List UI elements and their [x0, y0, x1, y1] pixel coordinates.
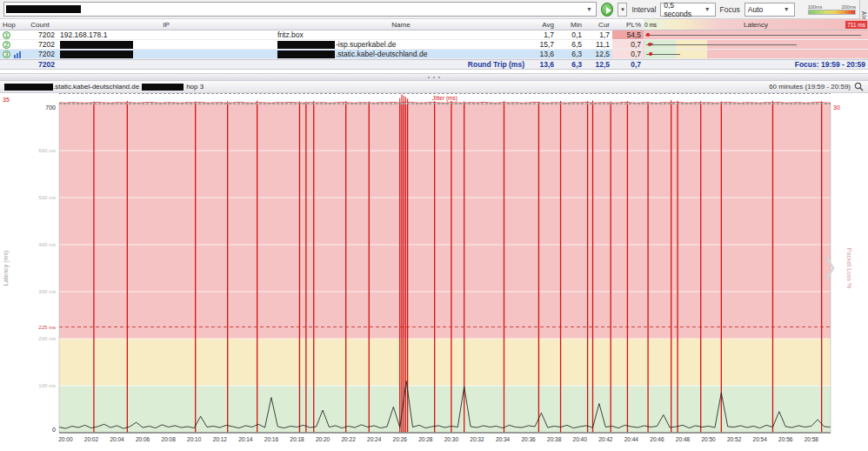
table-row-hop2[interactable]: 2 7202 -isp.superkabel.de 15,7 6,5 11,1 … — [0, 40, 868, 50]
svg-text:20:54: 20:54 — [753, 436, 768, 442]
packet-loss-cell: 0,7 — [612, 50, 644, 58]
timeline-graph-header: .static.kabel-deutschland.de hop 3 60 mi… — [0, 81, 868, 93]
col-hop[interactable]: Hop — [0, 21, 23, 29]
summary-cur: 12,5 — [584, 60, 612, 69]
svg-text:20:52: 20:52 — [727, 436, 742, 442]
hop-badge: 3 — [3, 50, 10, 58]
round-trip-summary-row[interactable]: 7202 Round Trip (ms) 13,6 6,3 12,5 0,7 F… — [0, 59, 868, 70]
min-cell: 6,3 — [557, 50, 584, 58]
splitter-handle[interactable] — [0, 73, 868, 81]
focus-value: Auto — [748, 5, 764, 14]
col-pl[interactable]: PL% — [612, 21, 644, 29]
latency-scale-min: 0 ms — [644, 22, 657, 28]
svg-text:20:04: 20:04 — [110, 436, 124, 442]
latency-gradient-bar — [808, 10, 856, 15]
svg-text:20:32: 20:32 — [470, 436, 484, 442]
hop-table: Hop Count IP Name Avg Min Cur PL% Latenc… — [0, 19, 868, 70]
redacted-ip — [60, 41, 133, 49]
svg-text:225 ms: 225 ms — [38, 325, 56, 330]
summary-min: 6,3 — [557, 60, 584, 69]
latency-range-line — [645, 35, 861, 36]
graph-hop-label: hop 3 — [186, 83, 204, 91]
col-count[interactable]: Count — [23, 21, 57, 29]
svg-text:20:26: 20:26 — [393, 436, 408, 442]
target-combo[interactable]: ▼ — [3, 2, 597, 17]
svg-text:20:38: 20:38 — [547, 436, 562, 442]
focus-select[interactable]: Auto ▼ — [744, 3, 795, 17]
name-cell: fritz.box — [275, 30, 527, 39]
svg-text:20:12: 20:12 — [213, 436, 228, 442]
pingplotter-app: ▼ ▼ Interval 0,5 seconds ▼ Focus Auto ▼ … — [0, 0, 868, 451]
svg-text:700: 700 — [45, 104, 56, 111]
min-cell: 0,1 — [557, 30, 584, 39]
latency-bar-cell: × — [644, 40, 868, 49]
graph-range-label: 60 minutes (19:59 - 20:59) — [769, 83, 851, 91]
redacted-ip — [142, 84, 184, 91]
svg-text:20:36: 20:36 — [521, 436, 536, 442]
avg-cell: 15,7 — [527, 40, 557, 49]
hop-badge: 1 — [3, 31, 10, 39]
table-header-row[interactable]: Hop Count IP Name Avg Min Cur PL% Latenc… — [0, 19, 868, 30]
svg-text:20:18: 20:18 — [290, 436, 304, 442]
ip-cell: 192.168.178.1 — [57, 30, 275, 39]
redacted-ip — [60, 50, 133, 58]
toolbar: ▼ ▼ Interval 0,5 seconds ▼ Focus Auto ▼ … — [0, 0, 859, 19]
redacted-host-prefix — [277, 50, 335, 58]
svg-text:20:48: 20:48 — [676, 436, 691, 442]
svg-text:20:46: 20:46 — [650, 436, 664, 442]
name-cell: -isp.superkabel.de — [275, 40, 527, 49]
latency-scale-max: 711 ms — [845, 21, 867, 29]
svg-text:20:30: 20:30 — [444, 436, 459, 442]
svg-text:20:08: 20:08 — [162, 436, 177, 442]
latency-bar-cell: × — [644, 30, 868, 39]
grip-dot — [428, 77, 430, 78]
col-latency[interactable]: Latency 0 ms 711 ms — [644, 19, 868, 30]
packet-loss-cell: 0,7 — [612, 40, 644, 49]
interval-select[interactable]: 0,5 seconds ▼ — [660, 3, 715, 17]
svg-text:100 ms: 100 ms — [38, 383, 56, 388]
svg-text:20:22: 20:22 — [341, 436, 356, 442]
svg-text:20:44: 20:44 — [624, 436, 639, 442]
timeline-chart-svg[interactable]: 100 ms200 ms300 ms400 ms500 ms600 ms225 … — [0, 93, 868, 446]
summary-avg: 13,6 — [527, 60, 557, 69]
timeline-chart[interactable]: 100 ms200 ms300 ms400 ms500 ms600 ms225 … — [0, 93, 868, 446]
chevron-down-icon: ▼ — [584, 6, 594, 12]
col-ip[interactable]: IP — [57, 21, 275, 29]
svg-text:20:00: 20:00 — [58, 436, 73, 442]
zoom-icon[interactable] — [854, 82, 864, 91]
svg-text:500 ms: 500 ms — [38, 195, 56, 200]
table-row-hop1[interactable]: 1 7202 192.168.178.1 fritz.box 1,7 0,1 1… — [0, 30, 868, 40]
cur-cell: 12,5 — [584, 50, 612, 58]
svg-text:20:50: 20:50 — [701, 436, 716, 442]
latency-bar-cell: × — [644, 50, 868, 58]
svg-text:20:42: 20:42 — [598, 436, 613, 442]
col-min[interactable]: Min — [557, 21, 584, 29]
svg-text:0: 0 — [52, 427, 56, 433]
redacted-host-prefix — [4, 84, 53, 91]
col-cur[interactable]: Cur — [584, 21, 612, 29]
min-cell: 6,5 — [557, 40, 584, 49]
packet-loss-cell: 54,5 — [612, 30, 644, 39]
ip-cell — [57, 50, 275, 58]
hop-badge: 2 — [3, 41, 10, 49]
col-name[interactable]: Name — [275, 21, 527, 29]
svg-text:20:40: 20:40 — [573, 436, 588, 442]
col-avg[interactable]: Avg — [527, 21, 557, 29]
trace-options-dropdown[interactable]: ▼ — [618, 3, 627, 17]
latency-range-line — [646, 44, 796, 45]
svg-text:20:06: 20:06 — [136, 436, 150, 442]
grip-dot — [438, 77, 440, 78]
start-trace-button[interactable] — [601, 3, 613, 17]
svg-text:600 ms: 600 ms — [38, 148, 56, 153]
interval-label: Interval — [631, 5, 656, 14]
svg-text:35: 35 — [3, 97, 10, 103]
summary-pl: 0,7 — [612, 60, 644, 69]
svg-text:Packet Loss %: Packet Loss % — [846, 248, 852, 288]
round-trip-label: Round Trip (ms) — [275, 60, 527, 69]
svg-text:20:14: 20:14 — [238, 436, 253, 442]
interval-value: 0,5 seconds — [664, 1, 702, 18]
svg-text:20:58: 20:58 — [805, 436, 819, 442]
table-row-hop3[interactable]: 3 7202 .static.kabel-deutschland.de 13,6… — [0, 50, 868, 59]
svg-text:20:16: 20:16 — [264, 436, 279, 442]
avg-cell: 13,6 — [527, 50, 557, 58]
